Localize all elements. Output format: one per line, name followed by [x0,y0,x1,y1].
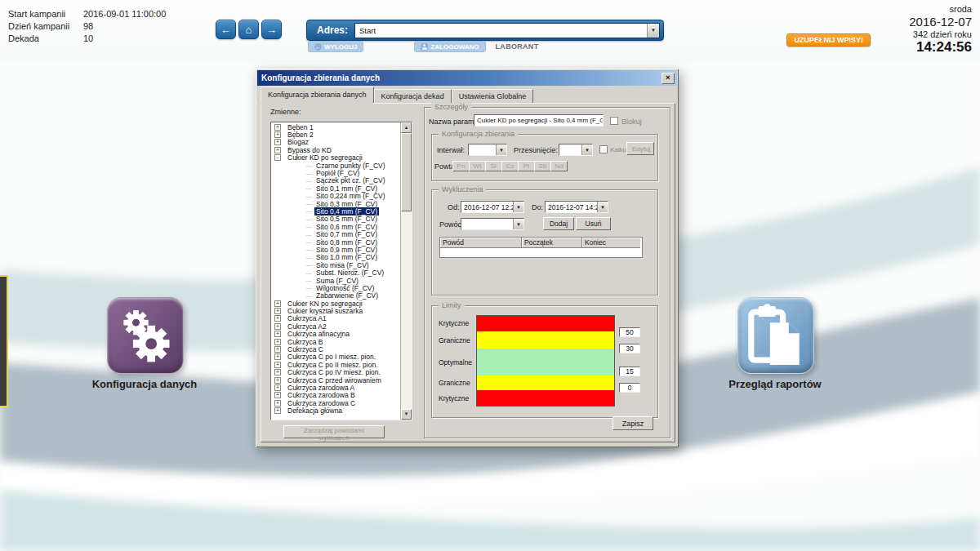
tree-expand-toggle[interactable]: + [274,323,281,330]
tree-item[interactable]: +Bęben 2 [272,131,400,138]
tree-item[interactable]: —Sito 0,6 mm (F_CV) [272,223,400,230]
tree-expand-toggle[interactable]: + [274,392,281,398]
tree-item[interactable]: +Cukrzyca C po IV miesz. pion. [272,369,400,376]
tree-expand-toggle[interactable]: + [274,124,281,131]
tree-item[interactable]: —Sito 0,5 mm (F_CV) [272,216,400,223]
tree-item[interactable]: +Cukrzyca afinacyjna [272,331,400,338]
table-header-cell[interactable]: Powód [440,238,522,248]
tree-item[interactable]: —Czarne punkty (F_CV) [272,162,400,169]
chevron-down-icon[interactable]: ▼ [647,24,659,38]
add-button[interactable]: Dodaj [543,217,574,230]
reports-button[interactable] [737,297,814,374]
tree-item[interactable]: —Sito 0,3 mm (F_CV) [272,200,400,207]
param-name-input[interactable]: Cukier KD po segregacji - Sito 0,4 mm (F… [474,114,604,127]
to-combobox[interactable]: 2016-12-07 14:24 ▼ [545,201,608,213]
tree-item[interactable]: +Biogaz [272,139,400,146]
logged-in-badge[interactable]: ZALOGOWANO [414,41,485,52]
repeat-day-button[interactable]: Sb [534,161,551,171]
tree-item[interactable]: +Cukrzyca A2 [272,322,400,330]
tree-item[interactable]: +Cukrzyca B [272,338,400,345]
side-panel-handle[interactable] [0,275,8,407]
scroll-up-icon[interactable]: ▲ [401,122,412,133]
exclusions-table-empty-row[interactable] [440,248,642,257]
repeat-day-button[interactable]: Wt [469,161,486,171]
tree-item[interactable]: —Sito 0,9 mm (F_CV) [272,246,400,253]
limit-value-input[interactable]: 0 [619,383,640,393]
table-header-cell[interactable]: Początek [522,238,582,248]
tree-expand-toggle[interactable]: + [274,308,281,314]
tree-expand-toggle[interactable]: + [274,384,281,391]
tree-expand-toggle[interactable]: + [274,139,281,145]
tree-item[interactable]: —Sito 1,0 mm (F_CV) [272,254,400,261]
tree-expand-toggle[interactable]: + [274,300,281,307]
tree-scrollbar[interactable]: ▲ ▼ [400,122,412,420]
dialog-tab[interactable]: Konfiguracja zbierania danych [261,87,374,103]
tree-expand-toggle[interactable]: + [274,362,281,368]
tree-item[interactable]: +Cukrzyca zarodowa C [272,399,400,407]
tree-item[interactable]: +Cukrzyca zarodowa A [272,384,400,391]
calculation-checkbox[interactable] [599,145,608,153]
remove-button[interactable]: Usuń [576,217,611,230]
save-button[interactable]: Zapisz [612,416,653,430]
reason-combobox[interactable]: ▼ [461,218,524,230]
dialog-tab[interactable]: Konfiguracja dekad [374,89,452,103]
tree-item[interactable]: —Sito misa (F_CV) [272,261,400,269]
limit-value-input[interactable]: 15 [619,367,640,376]
repeat-day-button[interactable]: Cz [501,161,519,171]
config-data-button[interactable] [107,297,184,374]
tree-item[interactable]: +Cukrzyca C przed wirowaniem [272,376,400,384]
close-button[interactable]: × [662,73,675,84]
chevron-down-icon[interactable]: ▼ [513,219,523,229]
tree-expand-toggle[interactable]: + [274,400,281,407]
repeat-day-button[interactable]: Nd [550,161,568,171]
from-combobox[interactable]: 2016-12-07 12:24 ▼ [461,201,524,213]
tree-item[interactable]: —Sito 0,1 mm (F_CV) [272,184,400,192]
limit-value-input[interactable]: 50 [619,327,640,337]
address-combobox[interactable]: Start ▼ [354,23,660,38]
tree-item[interactable]: +Cukrzyca C po II miesz. pion. [272,361,400,368]
tree-item[interactable]: —Suma (F_CV) [272,277,400,284]
dialog-titlebar[interactable]: Konfiguracja zbierania danych × [257,70,677,86]
shift-combobox[interactable]: ▼ [559,144,593,156]
manage-reasons-button[interactable]: Zarządzaj powodami wykluczeń [283,425,385,438]
tree-expand-toggle[interactable]: + [274,346,281,353]
chevron-down-icon[interactable]: ▼ [496,144,506,155]
repeat-day-button[interactable]: Pt [518,161,535,171]
tree-expand-toggle[interactable]: + [274,131,281,138]
tree-item[interactable]: —Sito 0,8 mm (F_CV) [272,238,400,246]
tree-expand-toggle[interactable]: + [274,315,281,322]
forward-button[interactable]: → [261,20,282,39]
repeat-day-button[interactable]: Śr [485,161,502,171]
table-header-cell[interactable]: Koniec [582,238,640,248]
chevron-down-icon[interactable]: ▼ [597,202,608,212]
scroll-down-icon[interactable]: ▼ [401,409,412,420]
tree-item[interactable]: +Cukrzyca A1 [272,315,400,322]
tree-item[interactable]: —Sito 0,4 mm (F_CV) [272,207,400,215]
tree-expand-toggle[interactable]: + [274,353,281,360]
tree-item[interactable]: -Cukier KD po segregacji [272,154,400,162]
tree-item[interactable]: —Subst. Nieroz. (F_CV) [272,269,400,276]
block-checkbox[interactable] [610,117,618,125]
tree-item[interactable]: —Sito 0,7 mm (F_CV) [272,230,400,238]
home-button[interactable]: ⌂ [238,20,259,39]
interval-combobox[interactable]: ▼ [468,144,507,156]
tree-expand-toggle[interactable]: + [274,377,281,384]
tree-item[interactable]: +Cukrzyca zarodowa B [272,392,400,399]
fill-entries-button[interactable]: UZUPEŁNIJ WPISY! [786,33,871,47]
repeat-day-button[interactable]: Pn [452,161,470,171]
scrollbar-thumb[interactable] [401,133,412,211]
chevron-down-icon[interactable]: ▼ [513,202,523,212]
tree-item[interactable]: +Cukier KN po segregacji [272,300,400,307]
tree-item[interactable]: —Zabarwienie (F_CV) [272,292,400,300]
tree-expand-toggle[interactable]: + [274,407,281,414]
tree-item[interactable]: +Bypass do KD [272,146,400,153]
tree-expand-toggle[interactable]: + [274,331,281,337]
tree-item[interactable]: —Sączek pkt cz. (F_CV) [272,177,400,184]
tree-item[interactable]: —Popiół (F_CV) [272,169,400,176]
dialog-tab[interactable]: Ustawienia Globalne [452,89,534,103]
tree-expand-toggle[interactable]: + [274,369,281,375]
tree-item[interactable]: —Wilgotność (F_CV) [272,284,400,291]
tree-expand-toggle[interactable]: + [274,339,281,345]
tree-item[interactable]: +Cukrzyca C [272,345,400,353]
chevron-down-icon[interactable]: ▼ [581,144,592,155]
